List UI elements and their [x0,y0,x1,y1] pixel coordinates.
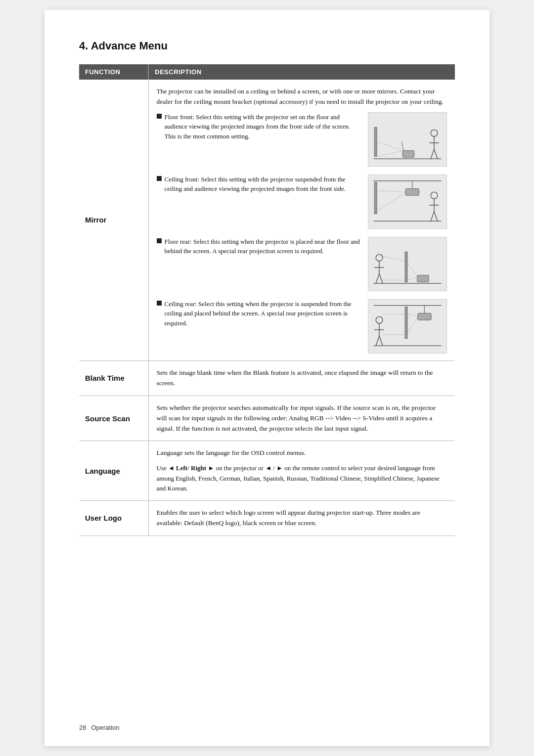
svg-rect-25 [417,275,429,282]
svg-point-6 [431,130,438,136]
mirror-option-floor-rear: Floor rear: Select this setting when the… [157,237,447,291]
svg-line-22 [434,211,438,221]
blank-time-text: Sets the image blank time when the Blank… [157,368,447,389]
svg-rect-39 [418,313,431,320]
page-title: 4. Advance Menu [79,40,455,52]
func-language: Language [79,441,148,500]
svg-rect-1 [374,127,377,156]
page-footer: 28 Operation [79,724,455,731]
mirror-floor-rear-text: Floor rear: Select this setting when the… [165,237,363,256]
svg-line-33 [376,273,379,283]
desc-mirror: The projector can be installed on a ceil… [148,80,455,360]
col-function-header: Function [79,64,148,80]
bullet-icon [157,176,162,181]
svg-point-18 [431,192,438,199]
mirror-ceiling-rear-text: Ceiling rear: Select this setting when t… [165,299,363,328]
svg-line-3 [401,142,403,151]
mirror-intro: The projector can be installed on a ceil… [157,87,447,107]
mirror-option-ceiling-front: Ceiling front: Select this setting with … [157,175,447,229]
func-mirror: Mirror [79,80,148,360]
svg-line-40 [406,314,419,316]
mirror-floor-front-text: Floor front: Select this setting with th… [165,112,363,141]
svg-point-30 [376,254,383,261]
desc-blank-time: Sets the image blank time when the Blank… [148,360,455,396]
svg-rect-24 [405,252,407,282]
bullet-icon [157,238,162,243]
bullet-icon [157,114,162,119]
svg-line-16 [377,192,406,211]
mirror-ceiling-front-text: Ceiling front: Select this setting with … [165,175,363,194]
svg-line-15 [377,190,406,192]
desc-user-logo: Enables the user to select which logo sc… [148,500,455,535]
desc-language: Language sets the language for the OSD c… [148,441,455,500]
svg-line-4 [377,142,403,151]
svg-line-9 [431,149,434,159]
desc-source-scan: Sets whether the projector searches auto… [148,396,455,441]
svg-line-47 [376,336,379,346]
page-container: 4. Advance Menu Function Description Mir… [44,10,490,746]
language-text-line2: Use ◄ Left/ Right ► on the projector or … [157,463,447,493]
mirror-floor-front-diagram [368,112,447,167]
svg-line-28 [381,256,406,262]
table-row-blank-time: Blank Time Sets the image blank time whe… [79,360,455,396]
table-row-mirror: Mirror The projector can be installed on… [79,80,455,360]
mirror-ceiling-rear-diagram [368,299,447,354]
svg-line-5 [377,150,403,156]
bullet-icon [157,301,162,306]
svg-line-34 [379,273,383,283]
svg-line-48 [379,336,383,346]
source-scan-text: Sets whether the projector searches auto… [157,403,447,434]
mirror-ceiling-front-diagram [368,175,447,229]
svg-point-44 [376,316,383,323]
func-blank-time: Blank Time [79,360,148,396]
svg-line-21 [431,211,434,221]
table-row-language: Language Language sets the language for … [79,441,455,500]
mirror-option-floor-front: Floor front: Select this setting with th… [157,112,447,167]
func-source-scan: Source Scan [79,396,148,441]
col-description-header: Description [148,64,455,80]
svg-rect-37 [405,307,407,339]
svg-rect-12 [374,182,377,214]
svg-line-26 [406,262,418,277]
svg-rect-2 [402,150,414,157]
svg-rect-14 [405,188,419,195]
footer-section: Operation [91,724,119,731]
mirror-floor-rear-diagram [368,237,447,291]
svg-line-41 [406,316,419,334]
table-row-source-scan: Source Scan Sets whether the projector s… [79,396,455,441]
func-user-logo: User Logo [79,500,148,535]
svg-line-27 [406,277,418,280]
user-logo-text: Enables the user to select which logo sc… [157,508,447,529]
footer-page-number: 28 [79,724,86,731]
function-table: Function Description Mirror The projecto… [79,64,455,536]
mirror-option-ceiling-rear: Ceiling rear: Select this setting when t… [157,299,447,354]
svg-line-10 [434,149,438,159]
language-text-line1: Language sets the language for the OSD c… [157,448,447,458]
table-row-user-logo: User Logo Enables the user to select whi… [79,500,455,535]
